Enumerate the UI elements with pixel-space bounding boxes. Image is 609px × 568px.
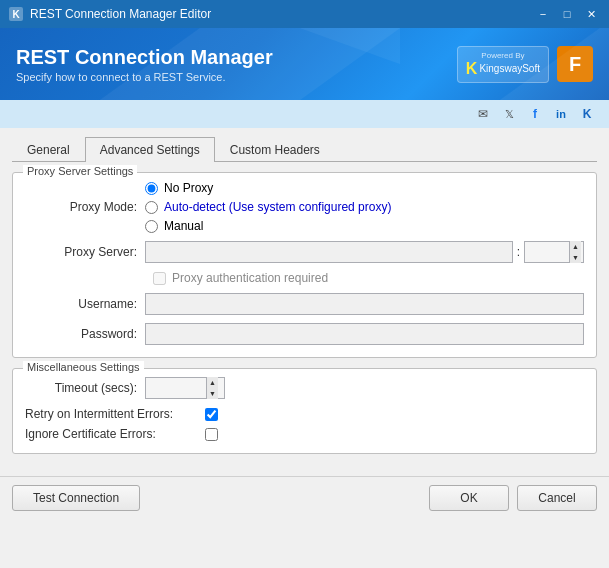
- minimize-button[interactable]: −: [533, 4, 553, 24]
- username-input[interactable]: [145, 293, 584, 315]
- cancel-button[interactable]: Cancel: [517, 485, 597, 511]
- tab-general[interactable]: General: [12, 137, 85, 162]
- timeout-input-wrap: 120 ▲ ▼: [145, 377, 225, 399]
- proxy-auth-row: Proxy authentication required: [153, 271, 584, 285]
- proxy-mode-options: No Proxy Auto-detect (Use system configu…: [145, 181, 584, 233]
- radio-no-proxy[interactable]: No Proxy: [145, 181, 584, 195]
- port-decrement-button[interactable]: ▼: [570, 252, 581, 263]
- timeout-row: Timeout (secs): 120 ▲ ▼: [25, 377, 584, 399]
- proxy-mode-row: Proxy Mode: No Proxy Auto-detect (Use sy…: [25, 181, 584, 233]
- footer-left: Test Connection: [12, 485, 429, 511]
- kingsway-logo: Powered By K KingswaySoft: [457, 46, 549, 83]
- footer-right: OK Cancel: [429, 485, 597, 511]
- window-title: REST Connection Manager Editor: [30, 7, 533, 21]
- proxy-mode-label: Proxy Mode:: [25, 200, 145, 214]
- proxy-auth-checkbox-label[interactable]: Proxy authentication required: [153, 271, 584, 285]
- app-subtitle: Specify how to connect to a REST Service…: [16, 71, 457, 83]
- facebook-icon[interactable]: f: [525, 104, 545, 124]
- app-title: REST Connection Manager: [16, 45, 457, 69]
- tab-bar: General Advanced Settings Custom Headers: [12, 136, 597, 162]
- ok-button[interactable]: OK: [429, 485, 509, 511]
- proxy-group-title: Proxy Server Settings: [23, 165, 137, 177]
- retry-row: Retry on Intermittent Errors:: [25, 407, 584, 421]
- port-colon: :: [517, 245, 520, 259]
- radio-auto-detect[interactable]: Auto-detect (Use system configured proxy…: [145, 200, 584, 214]
- timeout-decrement-button[interactable]: ▼: [207, 388, 218, 399]
- header-banner: REST Connection Manager Specify how to c…: [0, 28, 609, 100]
- timeout-label: Timeout (secs):: [25, 381, 145, 395]
- misc-group-box: Miscellaneous Settings Timeout (secs): 1…: [12, 368, 597, 454]
- proxy-server-input-row: : 0 ▲ ▼: [145, 241, 584, 263]
- username-row: Username:: [25, 293, 584, 315]
- radio-manual[interactable]: Manual: [145, 219, 584, 233]
- port-input-wrap: 0 ▲ ▼: [524, 241, 584, 263]
- proxy-server-label: Proxy Server:: [25, 245, 145, 259]
- tab-custom-headers[interactable]: Custom Headers: [215, 137, 335, 162]
- password-input[interactable]: [145, 323, 584, 345]
- tab-advanced-settings[interactable]: Advanced Settings: [85, 137, 215, 162]
- proxy-server-control: : 0 ▲ ▼: [145, 241, 584, 263]
- f-logo: F: [557, 46, 593, 82]
- close-button[interactable]: ✕: [581, 4, 601, 24]
- port-input[interactable]: 0: [525, 242, 569, 262]
- radio-manual-input[interactable]: [145, 220, 158, 233]
- radio-no-proxy-input[interactable]: [145, 182, 158, 195]
- powered-by-text: Powered By: [481, 51, 524, 60]
- password-control: [145, 323, 584, 345]
- ignore-cert-control: [205, 428, 218, 441]
- ignore-cert-checkbox[interactable]: [205, 428, 218, 441]
- header-logo: Powered By K KingswaySoft F: [457, 46, 593, 83]
- brand-k-icon: K: [466, 60, 478, 78]
- proxy-server-row: Proxy Server: : 0 ▲ ▼: [25, 241, 584, 263]
- ignore-cert-row: Ignore Certificate Errors:: [25, 427, 584, 441]
- username-label: Username:: [25, 297, 145, 311]
- proxy-group-box: Proxy Server Settings Proxy Mode: No Pro…: [12, 172, 597, 358]
- window-controls: − □ ✕: [533, 4, 601, 24]
- kingsway-social-icon[interactable]: K: [577, 104, 597, 124]
- password-label: Password:: [25, 327, 145, 341]
- misc-group-title: Miscellaneous Settings: [23, 361, 144, 373]
- footer: Test Connection OK Cancel: [0, 476, 609, 519]
- email-icon[interactable]: ✉: [473, 104, 493, 124]
- timeout-spinner: ▲ ▼: [206, 377, 218, 399]
- port-spinner: ▲ ▼: [569, 241, 581, 263]
- timeout-input[interactable]: 120: [146, 378, 206, 398]
- port-increment-button[interactable]: ▲: [570, 241, 581, 252]
- timeout-control: 120 ▲ ▼: [145, 377, 584, 399]
- maximize-button[interactable]: □: [557, 4, 577, 24]
- ignore-cert-label: Ignore Certificate Errors:: [25, 427, 205, 441]
- timeout-increment-button[interactable]: ▲: [207, 377, 218, 388]
- svg-text:K: K: [12, 9, 20, 20]
- proxy-radio-group: No Proxy Auto-detect (Use system configu…: [145, 181, 584, 233]
- proxy-server-input[interactable]: [145, 241, 513, 263]
- username-control: [145, 293, 584, 315]
- retry-label: Retry on Intermittent Errors:: [25, 407, 205, 421]
- twitter-icon[interactable]: 𝕏: [499, 104, 519, 124]
- app-icon: K: [8, 6, 24, 22]
- password-row: Password:: [25, 323, 584, 345]
- linkedin-icon[interactable]: in: [551, 104, 571, 124]
- main-content: General Advanced Settings Custom Headers…: [0, 128, 609, 472]
- radio-auto-detect-input[interactable]: [145, 201, 158, 214]
- test-connection-button[interactable]: Test Connection: [12, 485, 140, 511]
- title-bar: K REST Connection Manager Editor − □ ✕: [0, 0, 609, 28]
- retry-control: [205, 408, 218, 421]
- header-title-block: REST Connection Manager Specify how to c…: [16, 45, 457, 83]
- proxy-auth-checkbox[interactable]: [153, 272, 166, 285]
- brand-name: KingswaySoft: [479, 63, 540, 74]
- retry-checkbox[interactable]: [205, 408, 218, 421]
- social-bar: ✉ 𝕏 f in K: [0, 100, 609, 128]
